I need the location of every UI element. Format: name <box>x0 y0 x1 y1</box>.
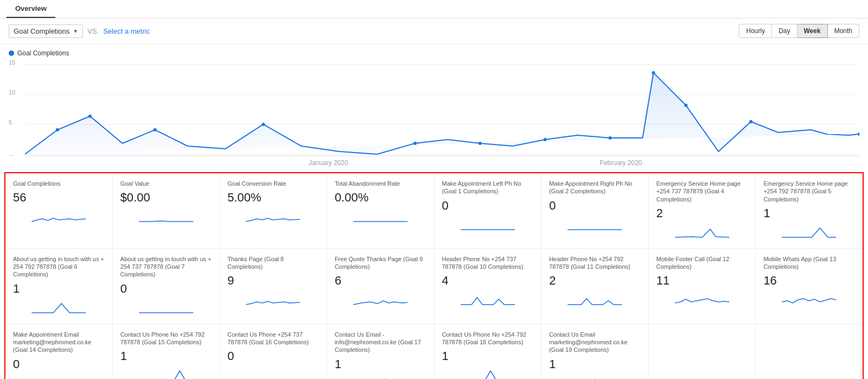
metric-card-goal13: Mobile Whats App (Goal 13 Completions) 1… <box>756 249 863 324</box>
metric-card-conversion-rate: Goal Conversion Rate 5.00% <box>220 173 327 248</box>
metric-title: Emergency Service Home page +254 792 787… <box>763 180 855 203</box>
sparkline <box>120 367 212 379</box>
metric-title: Contact Us Email - info@nephromed.co.ke … <box>335 331 426 354</box>
metric-card-goal16: Contact Us Phone +254 737 787878 (Goal 1… <box>220 324 327 379</box>
metric-card-goal7: About us getting in touch with us + 254 … <box>113 249 220 324</box>
metric-value: 1 <box>763 206 855 220</box>
metric-card-goal19: Contact Us Email marketing@nephromed.co.… <box>541 324 649 379</box>
metric-title: Header Phone No +254 792 787878 (Goal 11… <box>549 255 641 271</box>
time-btn-hourly[interactable]: Hourly <box>739 24 772 38</box>
y-axis-dots: ... <box>9 150 14 157</box>
select-metric-link[interactable]: Select a metric <box>103 27 150 35</box>
metric-value: 0 <box>120 282 212 296</box>
sparkline <box>656 291 748 307</box>
metric-value: 1 <box>549 357 641 371</box>
svg-point-11 <box>609 136 612 140</box>
metric-title: Total Abandonment Rate <box>335 180 426 187</box>
chart-svg: January 2020 February 2020 <box>25 59 859 168</box>
svg-point-5 <box>88 115 92 118</box>
sparkline <box>227 291 319 307</box>
metric-value: 1 <box>335 357 426 371</box>
metric-title: Make Appointment Right Ph No (Goal 2 Com… <box>549 180 641 195</box>
metric-title: Contact Us Phone No +254 792 787878 (Goa… <box>442 331 534 346</box>
sparkline <box>442 216 534 232</box>
tab-overview[interactable]: Overview <box>7 0 55 18</box>
metric-title: Make Appointment Left Ph No (Goal 1 Comp… <box>442 180 534 195</box>
svg-point-10 <box>544 138 547 141</box>
svg-point-7 <box>261 123 265 126</box>
metric-value: 56 <box>13 191 105 205</box>
metric-title: Contact Us Phone +254 737 787878 (Goal 1… <box>227 331 319 346</box>
metric-dropdown[interactable]: Goal Completions ▼ <box>9 24 83 38</box>
svg-point-14 <box>749 120 752 123</box>
metric-title: About us getting in touch with us + 254 … <box>120 255 212 279</box>
metric-title: Contact Us Email marketing@nephromed.co.… <box>549 331 641 354</box>
time-buttons: Hourly Day Week Month <box>739 24 859 38</box>
metric-card-goal1: Make Appointment Left Ph No (Goal 1 Comp… <box>435 173 542 248</box>
metric-card-goal17: Contact Us Email - info@nephromed.co.ke … <box>327 324 435 379</box>
metric-title: Mobile Footer Call (Goal 12 Completions) <box>656 255 748 271</box>
chevron-down-icon: ▼ <box>73 28 78 34</box>
metric-title: Make Appointment Email marketing@nephrom… <box>13 331 105 354</box>
time-btn-week[interactable]: Week <box>797 24 828 38</box>
metric-card-goal9: Free Quote Thanks Page (Goal 9 Completio… <box>327 249 435 324</box>
sparkline <box>442 291 534 307</box>
metric-card-empty-2 <box>756 324 863 379</box>
metric-value: 16 <box>763 274 855 288</box>
metric-card-goal5: Emergency Service Home page +254 792 787… <box>756 173 863 248</box>
y-axis-15: 15 <box>9 59 15 66</box>
metric-card-empty-1 <box>649 324 756 379</box>
sparkline <box>763 291 855 307</box>
metric-title: Contact Us Phone No +254 792 787878 (Goa… <box>120 331 212 346</box>
chart-legend: Goal Completions <box>9 49 859 57</box>
metric-card-goal12: Mobile Footer Call (Goal 12 Completions)… <box>649 249 756 324</box>
metric-title: Goal Conversion Rate <box>227 180 319 187</box>
sparkline <box>13 299 105 315</box>
metric-card-goal14: Make Appointment Email marketing@nephrom… <box>5 324 113 379</box>
time-btn-month[interactable]: Month <box>828 24 859 38</box>
sparkline <box>227 367 319 379</box>
metric-title: Header Phone No +254 737 787878 (Goal 10… <box>442 255 534 271</box>
metric-value: 1 <box>442 349 534 363</box>
sparkline <box>763 224 855 240</box>
sparkline <box>549 216 641 232</box>
time-btn-day[interactable]: Day <box>772 24 797 38</box>
metrics-row-3: Make Appointment Email marketing@nephrom… <box>5 324 863 379</box>
legend-dot <box>9 50 14 56</box>
sparkline <box>335 208 426 224</box>
svg-point-12 <box>652 71 655 74</box>
metric-value: 4 <box>442 274 534 288</box>
metric-card-goal10: Header Phone No +254 737 787878 (Goal 10… <box>435 249 542 324</box>
metric-card-goal6: About us getting in touch with us + 254 … <box>5 249 113 324</box>
svg-text:January 2020: January 2020 <box>309 159 348 167</box>
metric-card-goal4: Emergency Service Home page +254 737 787… <box>649 173 756 248</box>
metric-value: $0.00 <box>120 191 212 205</box>
sparkline <box>656 224 748 240</box>
sparkline <box>335 375 426 379</box>
svg-point-13 <box>684 104 687 107</box>
metric-card-goal-value: Goal Value $0.00 <box>113 173 220 248</box>
metric-title: Goal Value <box>120 180 212 187</box>
sparkline <box>549 291 641 307</box>
metric-value: 5.00% <box>227 191 319 205</box>
metric-card-abandonment-rate: Total Abandonment Rate 0.00% <box>327 173 435 248</box>
metric-title: Goal Completions <box>13 180 105 187</box>
toolbar-left: Goal Completions ▼ VS. Select a metric <box>9 24 150 38</box>
metric-value: 0 <box>227 349 319 363</box>
metric-card-goal18: Contact Us Phone No +254 792 787878 (Goa… <box>435 324 542 379</box>
metric-value: 1 <box>120 349 212 363</box>
legend-label: Goal Completions <box>17 49 69 57</box>
metric-value: 0 <box>13 357 105 371</box>
metric-card-goal15: Contact Us Phone No +254 792 787878 (Goa… <box>113 324 220 379</box>
metric-value: 0.00% <box>335 191 426 205</box>
y-axis-5: 5 <box>9 119 12 125</box>
metrics-row-2: About us getting in touch with us + 254 … <box>5 249 863 324</box>
metric-card-goal11: Header Phone No +254 792 787878 (Goal 11… <box>541 249 649 324</box>
metric-title: Free Quote Thanks Page (Goal 9 Completio… <box>335 255 426 271</box>
metric-title: Emergency Service Home page +254 737 787… <box>656 180 748 203</box>
svg-point-8 <box>413 142 417 145</box>
sparkline <box>442 367 534 379</box>
metric-value: 1 <box>13 282 105 296</box>
sparkline <box>13 375 105 379</box>
metric-title: Mobile Whats App (Goal 13 Completions) <box>763 255 855 271</box>
